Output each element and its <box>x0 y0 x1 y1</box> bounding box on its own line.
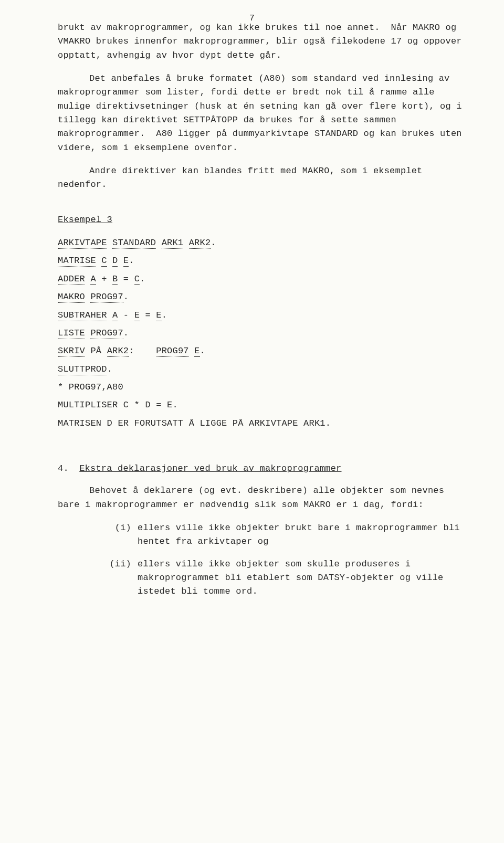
page-number: 7 <box>249 12 255 25</box>
example-line-4: MAKRO PROG97. <box>58 290 462 304</box>
list-text-i: ellers ville ikke objekter brukt bare i … <box>138 521 462 549</box>
example-heading: Eksempel 3 <box>58 213 462 227</box>
list-marker-i: (i) <box>105 521 131 549</box>
section-4-intro: Behovet å deklarere (og evt. deskribere)… <box>58 484 462 512</box>
example-line-3: ADDER A + B = C. <box>58 272 462 286</box>
section-4-number: 4. <box>58 463 69 473</box>
section-4-list: (i) ellers ville ikke objekter brukt bar… <box>58 521 462 599</box>
example-line-11: MATRISEN D ER FORUTSATT Å LIGGE PÅ ARKIV… <box>58 417 462 430</box>
paragraph-3: Andre direktiver kan blandes fritt med M… <box>58 164 462 192</box>
example-line-8: SLUTTPROD. <box>58 363 462 376</box>
paragraph-1: brukt av makroprogrammer, og kan ikke br… <box>58 21 462 62</box>
example-line-2: MATRISE C D E. <box>58 254 462 268</box>
example-line-6: LISTE PROG97. <box>58 326 462 340</box>
section-4-title: Ekstra deklarasjoner ved bruk av makropr… <box>79 463 341 473</box>
list-text-ii: ellers ville ikke objekter som skulle pr… <box>138 557 462 599</box>
list-marker-ii: (ii) <box>105 557 131 599</box>
example-line-1: ARKIVTAPE STANDARD ARK1 ARK2. <box>58 236 462 250</box>
list-item: (i) ellers ville ikke objekter brukt bar… <box>105 521 462 549</box>
section-4-heading: 4. Ekstra deklarasjoner ved bruk av makr… <box>58 462 462 476</box>
example-line-9: * PROG97,A80 <box>58 381 462 394</box>
list-item: (ii) ellers ville ikke objekter som skul… <box>105 557 462 599</box>
example-line-10: MULTIPLISER C * D = E. <box>58 398 462 412</box>
paragraph-2: Det anbefales å bruke formatet (A80) som… <box>58 72 462 155</box>
page: 7 brukt av makroprogrammer, og kan ikke … <box>0 0 504 843</box>
example-line-5: SUBTRAHER A - E = E. <box>58 309 462 322</box>
example-block: ARKIVTAPE STANDARD ARK1 ARK2. MATRISE C … <box>58 236 462 430</box>
example-line-7: SKRIV PÅ ARK2: PROG97 E. <box>58 344 462 358</box>
